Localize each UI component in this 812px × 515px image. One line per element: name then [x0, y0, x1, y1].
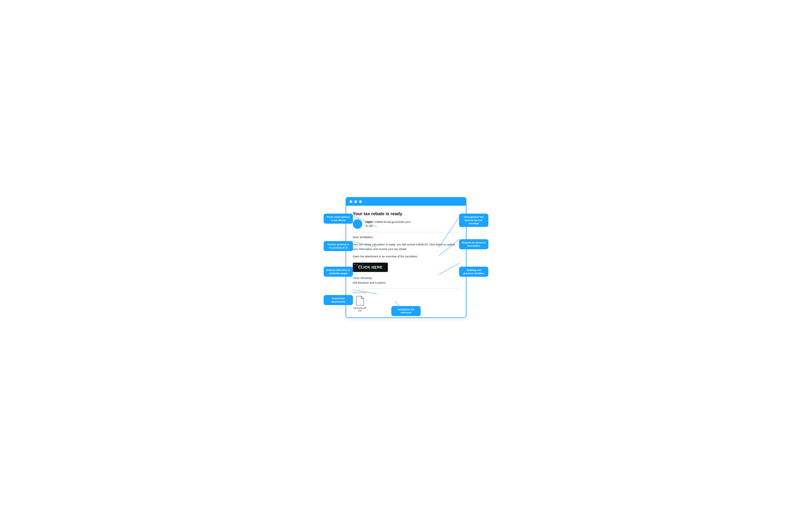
from-details: HMRC <HMRCEmail.gov10100.com> To Me	[365, 220, 411, 228]
click-here-button[interactable]: CLICK HERE	[353, 263, 388, 272]
window-dot-3	[359, 200, 362, 203]
annotation-spelling: Spelling and grammar mistakes	[459, 267, 488, 277]
annotation-from-email: 'From' email address is not official	[324, 214, 353, 224]
attachments-label: Attachments	[353, 291, 459, 294]
body-paragraph-1: Your tax rebate calculation is ready, yo…	[353, 242, 459, 251]
to-line: To Me	[365, 224, 411, 228]
annotation-unsolicited-attachments: Unsolicited attachments	[324, 295, 353, 305]
page-container: 'From' email address is not official Gen…	[324, 197, 488, 318]
sender-avatar	[353, 219, 362, 229]
from-name: HMRC	[365, 220, 373, 223]
file-icon	[356, 296, 364, 306]
annotation-too-good: Unsuspected 'too good to be true' messag…	[459, 214, 488, 227]
window-dot-1	[349, 200, 352, 203]
from-email: <HMRCEmail.gov10100.com>	[374, 220, 411, 223]
body-paragraph-2: Open the attachment is an overview of th…	[353, 254, 459, 259]
from-name-line: HMRC <HMRCEmail.gov10100.com>	[365, 220, 411, 224]
annotation-installation: Installation file extension	[392, 306, 420, 316]
email-subject: Your tax rebate is ready	[353, 211, 459, 216]
attachment-item[interactable]: taxrebate.pdf.exe	[353, 296, 367, 312]
annotation-generic-greeting: Generic greeting or no greeting at all	[324, 241, 353, 251]
email-from-row: HMRC <HMRCEmail.gov10100.com> To Me	[353, 219, 459, 229]
annotation-personal-info: Request for personal information	[459, 239, 488, 249]
attachment-filename: taxrebate.pdf.exe	[353, 307, 367, 312]
greeting: Dear Sir/Madam,	[353, 235, 459, 240]
divider-bottom	[353, 288, 459, 289]
window-dot-2	[354, 200, 357, 203]
annotation-buttons-links: Buttons with links to unfamiliar pages	[324, 267, 353, 277]
browser-titlebar	[346, 198, 466, 206]
sign-off: Yours Sincerely, HM Revenue and Customs	[353, 276, 459, 285]
browser-window: Your tax rebate is ready HMRC <HMRCEmail…	[346, 197, 466, 318]
email-content: Your tax rebate is ready HMRC <HMRCEmail…	[346, 206, 466, 317]
signoff-line1: Yours Sincerely,	[353, 276, 459, 280]
email-body: Dear Sir/Madam, Your tax rebate calculat…	[353, 235, 459, 285]
signoff-line2: HM Revenue and Customs	[353, 280, 459, 285]
